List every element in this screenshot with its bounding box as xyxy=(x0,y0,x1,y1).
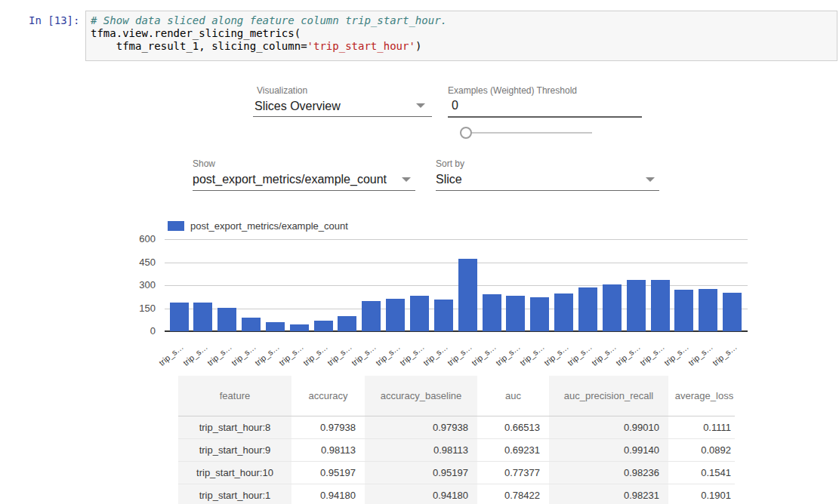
metric-cell: 0.77377 xyxy=(477,462,549,484)
metric-cell: 0.1901 xyxy=(668,484,735,504)
y-axis-tick-label: 0 xyxy=(125,325,156,337)
threshold-slider-track[interactable] xyxy=(466,132,592,134)
visualization-chevron-down-icon[interactable] xyxy=(416,103,425,108)
bar-segment[interactable] xyxy=(217,308,236,331)
code-line-3-post: ) xyxy=(415,40,421,52)
metric-cell: 0.95197 xyxy=(365,462,477,484)
y-axis-tick-label: 150 xyxy=(125,303,156,314)
sort-by-dropdown[interactable]: Slice xyxy=(436,173,462,186)
cell-execution-prompt: In [13]: xyxy=(29,14,79,26)
metric-cell: 0.98113 xyxy=(365,439,477,461)
feature-cell: trip_start_hour:1 xyxy=(178,484,291,504)
column-header-accuracy_baseline[interactable]: accuracy_baseline xyxy=(365,376,477,416)
show-dropdown[interactable]: post_export_metrics/example_count xyxy=(193,173,387,186)
show-underline xyxy=(193,190,415,191)
feature-cell: trip_start_hour:10 xyxy=(178,462,291,484)
table-row: trip_start_hour:100.951970.951970.773770… xyxy=(178,462,735,484)
bar-segment[interactable] xyxy=(483,294,501,331)
metric-cell: 0.1111 xyxy=(668,416,735,438)
metric-cell: 0.95197 xyxy=(291,462,365,484)
sort-by-label: Sort by xyxy=(436,158,464,169)
visualization-dropdown[interactable]: Slices Overview xyxy=(254,100,341,113)
bar-segment[interactable] xyxy=(338,316,356,331)
y-axis-tick-label: 600 xyxy=(125,233,156,244)
threshold-label: Examples (Weighted) Threshold xyxy=(448,85,577,96)
metric-cell: 0.94180 xyxy=(365,484,477,504)
metric-cell: 0.94180 xyxy=(291,484,365,504)
metrics-table: featureaccuracyaccuracy_baselineaucauc_p… xyxy=(178,376,735,504)
column-header-accuracy[interactable]: accuracy xyxy=(291,376,365,416)
bar-segment[interactable] xyxy=(674,290,693,331)
show-chevron-down-icon[interactable] xyxy=(402,177,411,182)
feature-cell: trip_start_hour:9 xyxy=(178,439,291,461)
legend-label: post_export_metrics/example_count xyxy=(190,220,348,232)
bar-segment[interactable] xyxy=(386,299,405,331)
column-header-auc[interactable]: auc xyxy=(477,376,549,416)
legend-swatch xyxy=(168,221,184,231)
table-row: trip_start_hour:80.979380.979380.665130.… xyxy=(178,416,735,439)
table-header-row: featureaccuracyaccuracy_baselineaucauc_p… xyxy=(178,376,735,416)
bar-segment[interactable] xyxy=(603,284,622,331)
bar-segment[interactable] xyxy=(651,280,670,331)
metric-cell: 0.98231 xyxy=(549,484,668,504)
notebook-output-screen: In [13]: # Show data sliced along featur… xyxy=(0,0,839,504)
bar-segment[interactable] xyxy=(362,301,381,331)
bar-segment[interactable] xyxy=(434,300,453,331)
y-axis-tick-label: 300 xyxy=(125,279,156,290)
gridline xyxy=(165,239,748,240)
bar-segment[interactable] xyxy=(506,296,525,331)
bar-segment[interactable] xyxy=(266,322,285,331)
bar-segment[interactable] xyxy=(170,303,189,331)
metric-cell: 0.69231 xyxy=(477,439,549,461)
metric-cell: 0.98113 xyxy=(291,439,365,461)
code-line-3-pre: tfma_result_1, slicing_column= xyxy=(91,40,307,52)
bar-segment[interactable] xyxy=(699,289,717,331)
table-row: trip_start_hour:10.941800.941800.784220.… xyxy=(178,484,735,504)
metric-cell: 0.99140 xyxy=(549,439,668,461)
code-string-literal: 'trip_start_hour' xyxy=(307,40,415,52)
metric-cell: 0.1541 xyxy=(668,462,735,484)
threshold-underline xyxy=(448,116,642,118)
bar-segment[interactable] xyxy=(193,303,212,331)
bar-segment[interactable] xyxy=(242,318,261,331)
metric-cell: 0.99010 xyxy=(549,416,668,438)
bar-segment[interactable] xyxy=(290,324,309,331)
bar-segment[interactable] xyxy=(723,293,742,331)
visualization-label: Visualization xyxy=(257,85,307,96)
metric-cell: 0.0892 xyxy=(668,439,735,461)
gridline xyxy=(165,263,748,263)
bar-segment[interactable] xyxy=(554,293,573,331)
metric-cell: 0.78422 xyxy=(477,484,549,504)
bar-segment[interactable] xyxy=(627,280,646,331)
table-row: trip_start_hour:90.981130.981130.692310.… xyxy=(178,439,735,462)
sort-by-chevron-down-icon[interactable] xyxy=(646,177,655,182)
metric-cell: 0.97938 xyxy=(365,416,477,438)
threshold-slider-handle[interactable] xyxy=(460,127,472,139)
code-line-3: tfma_result_1, slicing_column='trip_star… xyxy=(91,40,832,53)
code-comment-line: # Show data sliced along feature column … xyxy=(91,14,832,27)
code-line-2: tfma.view.render_slicing_metrics( xyxy=(91,27,832,40)
y-axis-tick-label: 450 xyxy=(125,257,156,268)
metric-cell: 0.98236 xyxy=(549,462,668,484)
threshold-input[interactable]: 0 xyxy=(452,99,458,112)
code-cell-editor[interactable]: # Show data sliced along feature column … xyxy=(85,11,837,61)
feature-cell: trip_start_hour:8 xyxy=(178,416,291,438)
bar-segment[interactable] xyxy=(530,297,549,331)
metric-cell: 0.66513 xyxy=(477,416,549,438)
metric-cell: 0.97938 xyxy=(291,416,365,438)
sort-by-underline xyxy=(436,190,659,191)
bar-segment[interactable] xyxy=(578,287,597,331)
column-header-average_loss[interactable]: average_loss xyxy=(668,376,735,416)
bar-segment[interactable] xyxy=(458,259,477,331)
visualization-underline xyxy=(253,116,432,117)
bar-segment[interactable] xyxy=(410,296,429,331)
column-header-feature[interactable]: feature xyxy=(178,376,291,416)
column-header-auc_precision_recall[interactable]: auc_precision_recall xyxy=(549,376,668,416)
bar-segment[interactable] xyxy=(314,321,333,331)
show-label: Show xyxy=(193,158,215,169)
